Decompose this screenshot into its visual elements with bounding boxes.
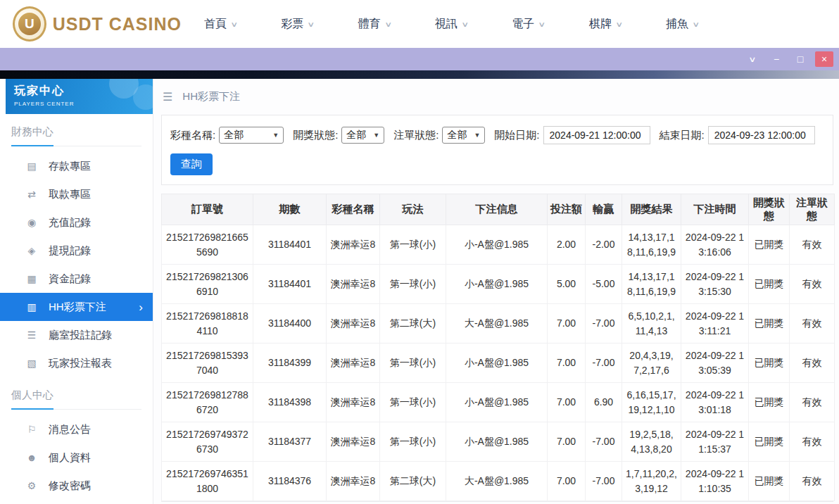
nav-item-cards[interactable]: 棋牌∨ bbox=[589, 17, 622, 32]
cell-order-id: 2152172698216655690 bbox=[162, 225, 253, 265]
nav-item-label: 電子 bbox=[512, 17, 534, 32]
sidebar-item-withdraw-record[interactable]: ◈提現記錄 bbox=[0, 237, 153, 265]
chevron-down-icon: ∨ bbox=[615, 20, 623, 28]
players-center-header: 玩家中心 PLAYERS CENTER bbox=[6, 79, 153, 114]
sidebar-item-withdraw[interactable]: ⇄取款專區 bbox=[0, 180, 153, 208]
table-row: 215217269821665569031184401澳洲幸运8第一球(小)小-… bbox=[162, 225, 835, 265]
bell-icon: ⚐ bbox=[25, 424, 38, 435]
cell-bet-info: 小-A盤@1.985 bbox=[446, 422, 548, 462]
nav-item-slots[interactable]: 電子∨ bbox=[512, 17, 544, 32]
cell-draw-status: 已開獎 bbox=[749, 383, 790, 422]
table-row: 215217269818818411031184400澳洲幸运8第二球(大)大-… bbox=[162, 304, 835, 344]
sidebar-item-profile[interactable]: ☻個人資料 bbox=[0, 443, 153, 472]
nav-item-sports[interactable]: 體育∨ bbox=[358, 17, 391, 32]
sidebar-section-label: 財務中心 bbox=[11, 125, 141, 146]
cell-draw-result: 19,2,5,18,4,13,8,20 bbox=[622, 422, 681, 462]
start-date-input[interactable] bbox=[543, 126, 650, 144]
cell-bet-amount: 7.00 bbox=[548, 422, 586, 462]
sidebar-section-text: 個人中心 bbox=[11, 389, 53, 410]
sidebar-item-label: 充值記錄 bbox=[49, 216, 91, 229]
cell-bet-info: 小-A盤@1.985 bbox=[446, 225, 548, 265]
window-titlebar: ∨ − □ × bbox=[0, 48, 839, 70]
menu-icon[interactable]: ☰ bbox=[163, 90, 172, 103]
cell-order-status: 有效 bbox=[790, 422, 835, 462]
cell-bet-amount: 2.00 bbox=[548, 225, 586, 265]
sidebar-item-fund-record[interactable]: ▦資金記錄 bbox=[0, 265, 153, 293]
cell-lottery-name: 澳洲幸运8 bbox=[327, 304, 380, 344]
table-header-row: 訂單號期數彩種名稱玩法下注信息投注額輸贏開獎結果下注時間開獎狀態注單狀態 bbox=[162, 194, 835, 225]
cell-order-status: 有效 bbox=[790, 304, 835, 344]
column-header: 開獎結果 bbox=[622, 194, 681, 225]
draw-status-select[interactable]: 全部 ▼ bbox=[341, 127, 384, 144]
room-bet-record-icon: ☰ bbox=[25, 329, 38, 341]
cell-play-type: 第二球(大) bbox=[380, 462, 446, 501]
sidebar-section-text: 財務中心 bbox=[11, 125, 53, 146]
chevron-down-icon: ∨ bbox=[538, 20, 545, 28]
cell-lottery-name: 澳洲幸运8 bbox=[327, 225, 380, 265]
cell-bet-amount: 7.00 bbox=[548, 304, 586, 344]
sidebar-item-deposit[interactable]: ▤存款專區 bbox=[0, 152, 153, 180]
lottery-name-select[interactable]: 全部 ▼ bbox=[219, 127, 284, 144]
sidebar-item-recharge-record[interactable]: ◉充值記錄 bbox=[0, 208, 153, 237]
cell-lottery-name: 澳洲幸运8 bbox=[327, 344, 380, 383]
column-header: 下注時間 bbox=[681, 194, 749, 225]
chevron-down-icon: ∨ bbox=[230, 20, 238, 28]
logo[interactable]: U USDT CASINO bbox=[13, 6, 182, 42]
sidebar-item-hh-lottery-bets[interactable]: ▥HH彩票下注› bbox=[0, 293, 153, 321]
sidebar-item-change-password[interactable]: ⚙修改密碼 bbox=[0, 472, 153, 500]
draw-status-label: 開獎狀態: bbox=[293, 129, 338, 142]
order-status-value: 全部 bbox=[447, 129, 467, 141]
column-header: 彩種名稱 bbox=[327, 194, 380, 225]
table-row: 215217269821306691031184401澳洲幸运8第一球(小)小-… bbox=[162, 265, 835, 304]
sidebar-item-label: 取款專區 bbox=[49, 188, 91, 201]
cell-draw-result: 20,4,3,19,7,2,17,6 bbox=[622, 344, 681, 383]
sidebar-item-room-bet-record[interactable]: ☰廳室投註記錄 bbox=[0, 321, 153, 349]
cell-order-id: 2152172698188184110 bbox=[162, 304, 253, 344]
minimize-button[interactable]: − bbox=[767, 51, 786, 67]
cell-bet-info: 大-A盤@1.985 bbox=[446, 462, 548, 501]
end-date-input[interactable] bbox=[708, 126, 815, 144]
cell-lottery-name: 澳洲幸运8 bbox=[327, 383, 380, 422]
order-status-select[interactable]: 全部 ▼ bbox=[442, 127, 485, 144]
lottery-name-label: 彩種名稱: bbox=[170, 129, 215, 142]
cell-win-loss: -7.00 bbox=[586, 344, 622, 383]
search-button[interactable]: 查詢 bbox=[170, 153, 213, 175]
cell-lottery-name: 澳洲幸运8 bbox=[327, 462, 380, 501]
sidebar-menu: 財務中心▤存款專區⇄取款專區◉充值記錄◈提現記錄▦資金記錄▥HH彩票下注›☰廳室… bbox=[0, 125, 153, 504]
maximize-button[interactable]: □ bbox=[791, 51, 809, 67]
breadcrumb: ☰ HH彩票下注 bbox=[163, 90, 833, 103]
cell-bet-time: 2024-09-22 13:16:06 bbox=[681, 225, 749, 265]
cell-period: 31184399 bbox=[253, 344, 327, 383]
cell-order-status: 有效 bbox=[790, 383, 835, 422]
sidebar-item-label: 提現記錄 bbox=[49, 244, 91, 258]
cell-play-type: 第一球(小) bbox=[380, 344, 446, 383]
gear-icon: ⚙ bbox=[25, 480, 38, 491]
nav-item-fishing[interactable]: 捕魚∨ bbox=[666, 17, 698, 32]
column-header: 輸贏 bbox=[586, 194, 622, 225]
nav-item-live[interactable]: 視訊∨ bbox=[435, 17, 467, 32]
cell-draw-status: 已開獎 bbox=[749, 462, 790, 501]
select-arrow-icon: ▼ bbox=[272, 132, 279, 139]
cell-order-id: 2152172697493726730 bbox=[162, 422, 253, 462]
players-center-subtitle: PLAYERS CENTER bbox=[14, 101, 144, 107]
cell-bet-amount: 5.00 bbox=[548, 265, 586, 304]
close-button[interactable]: × bbox=[815, 51, 833, 67]
cell-order-status: 有效 bbox=[790, 462, 835, 501]
nav-item-label: 視訊 bbox=[435, 17, 458, 32]
banner-strip bbox=[0, 70, 839, 79]
cell-play-type: 第一球(小) bbox=[380, 422, 446, 462]
sidebar-item-label: 玩家投注報表 bbox=[49, 357, 112, 370]
cell-period: 31184398 bbox=[253, 383, 327, 422]
cell-win-loss: 6.90 bbox=[586, 383, 622, 422]
titlebar-chevron-icon[interactable]: ∨ bbox=[740, 51, 765, 67]
chevron-down-icon: ∨ bbox=[307, 20, 315, 28]
cell-period: 31184400 bbox=[253, 304, 327, 344]
draw-status-value: 全部 bbox=[346, 129, 366, 141]
content-area: 玩家中心 PLAYERS CENTER 財務中心▤存款專區⇄取款專區◉充值記錄◈… bbox=[0, 79, 839, 504]
nav-item-home[interactable]: 首頁∨ bbox=[204, 17, 236, 32]
cell-order-id: 2152172698153937040 bbox=[162, 344, 253, 383]
nav-item-lottery[interactable]: 彩票∨ bbox=[281, 17, 313, 32]
column-header: 期數 bbox=[253, 194, 327, 225]
sidebar-item-announcements[interactable]: ⚐消息公告 bbox=[0, 415, 153, 443]
sidebar-item-player-bet-report[interactable]: ▧玩家投注報表 bbox=[0, 349, 153, 377]
